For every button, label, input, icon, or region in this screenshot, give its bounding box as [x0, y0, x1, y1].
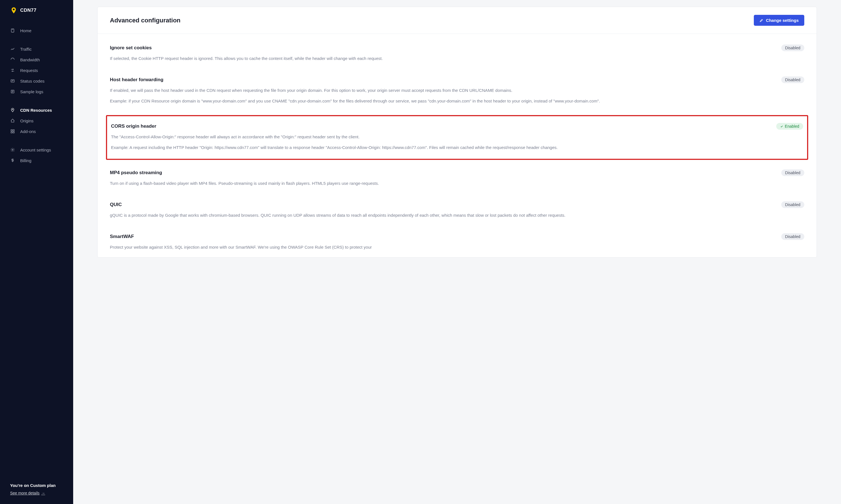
page-title: Advanced configuration — [110, 17, 181, 24]
status-badge: Disabled — [781, 44, 804, 51]
svg-rect-1 — [11, 29, 14, 32]
setting-cors-origin-header-highlighted: CORS origin header Enabled The "Access-C… — [106, 115, 808, 160]
sidebar-item-label: Home — [20, 28, 31, 33]
sidebar-item-add-ons[interactable]: Add-ons — [0, 126, 73, 137]
setting-title: QUIC — [110, 202, 122, 208]
status-label: Enabled — [785, 124, 799, 128]
svg-rect-6 — [13, 130, 14, 131]
see-more-details-link[interactable]: See more details → — [10, 491, 45, 495]
setting-host-header-forwarding: Host header forwarding Disabled If enabl… — [98, 69, 817, 111]
setting-title: Host header forwarding — [110, 77, 164, 83]
logs-icon — [10, 89, 15, 94]
sidebar-item-label: Origins — [20, 119, 34, 123]
svg-point-0 — [13, 9, 15, 11]
setting-description: Example: A request including the HTTP he… — [111, 144, 803, 151]
setting-ignore-set-cookies: Ignore set cookies Disabled If selected,… — [98, 37, 817, 69]
sidebar-item-home[interactable]: Home — [0, 25, 73, 36]
sidebar-item-label: Requests — [20, 68, 38, 73]
sidebar-item-origins[interactable]: Origins — [0, 115, 73, 126]
sidebar-item-label: Bandwidth — [20, 57, 40, 62]
setting-description: If selected, the Cookie HTTP request hea… — [110, 55, 804, 62]
sidebar-item-label: Billing — [20, 158, 31, 163]
svg-rect-5 — [11, 130, 12, 131]
sidebar-item-label: Status codes — [20, 79, 45, 84]
plan-text: You're on Custom plan — [10, 483, 63, 488]
setting-description: Example: if your CDN Resource origin dom… — [110, 98, 804, 105]
arrow-right-icon: → — [41, 491, 45, 495]
bandwidth-icon — [10, 57, 15, 62]
check-icon — [780, 125, 783, 128]
details-link-label: See more details — [10, 491, 39, 495]
setting-description: If enabled, we will pass the host header… — [110, 87, 804, 94]
sidebar-item-bandwidth[interactable]: Bandwidth — [0, 54, 73, 65]
sidebar-item-cdn-resources[interactable]: CDN Resources — [0, 105, 73, 115]
setting-title: SmartWAF — [110, 234, 134, 239]
status-badge: Disabled — [781, 76, 804, 83]
status-badge: Disabled — [781, 233, 804, 240]
setting-description: Turn on if using a flash-based video pla… — [110, 180, 804, 187]
dollar-icon — [10, 158, 15, 163]
pencil-icon — [759, 18, 763, 22]
status-badge: Disabled — [781, 201, 804, 208]
setting-description: gQUIC is a protocol made by Google that … — [110, 212, 804, 219]
sidebar-item-account-settings[interactable]: Account settings — [0, 144, 73, 155]
change-settings-button[interactable]: Change settings — [754, 15, 804, 26]
requests-icon — [10, 68, 15, 73]
advanced-config-card: Advanced configuration Change settings I… — [97, 7, 817, 257]
sidebar-item-label: Add-ons — [20, 129, 36, 134]
main-content: Advanced configuration Change settings I… — [73, 0, 841, 504]
sidebar-nav: Home Traffic Bandwidth Requests — [0, 25, 73, 483]
sidebar: CDN77 Home Traffic Bandwidth — [0, 0, 73, 504]
svg-point-9 — [12, 149, 13, 150]
sidebar-footer: You're on Custom plan See more details → — [0, 483, 73, 504]
brand-name: CDN77 — [20, 7, 36, 13]
brand-logo[interactable]: CDN77 — [0, 7, 73, 25]
logo-pin-icon — [10, 7, 17, 14]
traffic-icon — [10, 47, 15, 52]
pin-icon — [10, 108, 15, 112]
card-header: Advanced configuration Change settings — [98, 7, 817, 34]
sidebar-item-label: CDN Resources — [20, 108, 52, 112]
setting-title: MP4 pseudo streaming — [110, 170, 162, 176]
svg-rect-7 — [11, 131, 12, 133]
status-icon — [10, 78, 15, 84]
sidebar-item-traffic[interactable]: Traffic — [0, 44, 73, 54]
setting-mp4-pseudo-streaming: MP4 pseudo streaming Disabled Turn on if… — [98, 162, 817, 194]
origins-icon — [10, 118, 15, 123]
sidebar-item-requests[interactable]: Requests — [0, 65, 73, 76]
svg-rect-8 — [13, 131, 14, 133]
setting-description: Protect your website against XSS, SQL in… — [110, 244, 804, 251]
status-badge: Disabled — [781, 169, 804, 176]
sidebar-item-label: Sample logs — [20, 89, 44, 94]
setting-description: The "Access-Control-Allow-Origin:" respo… — [111, 133, 803, 140]
setting-title: Ignore set cookies — [110, 45, 152, 51]
sidebar-item-label: Account settings — [20, 147, 51, 152]
gear-icon — [10, 147, 15, 152]
addons-icon — [10, 129, 15, 134]
sidebar-item-label: Traffic — [20, 47, 32, 52]
setting-quic: QUIC Disabled gQUIC is a protocol made b… — [98, 194, 817, 226]
card-body: Ignore set cookies Disabled If selected,… — [98, 34, 817, 257]
clipboard-icon — [10, 28, 15, 33]
sidebar-item-status-codes[interactable]: Status codes — [0, 76, 73, 86]
setting-smartwaf: SmartWAF Disabled Protect your website a… — [98, 226, 817, 257]
status-badge: Enabled — [776, 123, 803, 130]
sidebar-item-sample-logs[interactable]: Sample logs — [0, 86, 73, 97]
svg-point-4 — [12, 109, 13, 110]
change-settings-label: Change settings — [766, 18, 799, 23]
setting-title: CORS origin header — [111, 124, 156, 129]
sidebar-item-billing[interactable]: Billing — [0, 155, 73, 166]
